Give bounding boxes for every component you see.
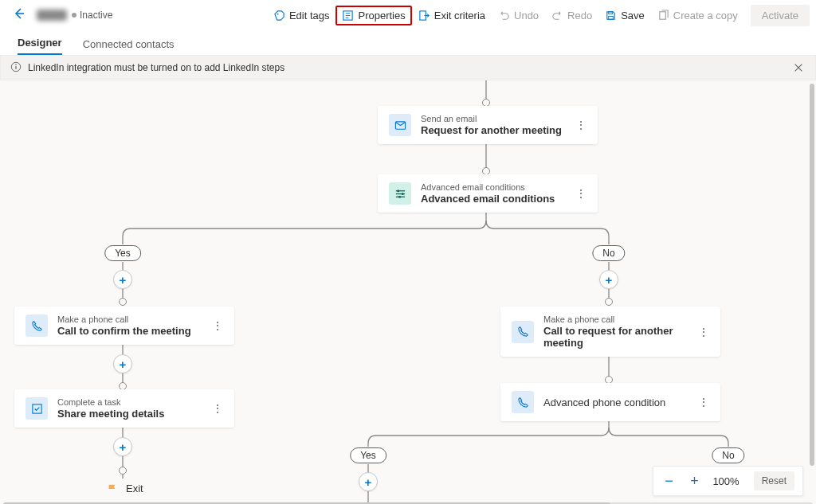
node-email-conditions[interactable]: Advanced email conditions Advanced email…	[378, 174, 598, 213]
svg-point-27	[401, 193, 403, 195]
exit-label: Exit	[126, 483, 143, 494]
node-menu-button[interactable]: ⋮	[566, 187, 586, 200]
node-category: Make a phone call	[543, 315, 688, 324]
activate-button[interactable]: Activate	[751, 5, 810, 26]
branch-no: No	[592, 245, 625, 261]
svg-point-26	[397, 189, 399, 192]
properties-icon	[342, 10, 354, 21]
svg-rect-6	[609, 11, 613, 14]
exit-criteria-icon	[418, 10, 430, 21]
node-category: Complete a task	[57, 397, 164, 407]
exit-criteria-label: Exit criteria	[434, 10, 485, 21]
tag-icon	[273, 10, 285, 21]
exit-criteria-button[interactable]: Exit criteria	[412, 6, 492, 25]
node-phone-condition[interactable]: Advanced phone condition ⋮	[500, 383, 720, 421]
node-title: Call to confirm the meeting	[57, 325, 191, 337]
undo-button[interactable]: Undo	[492, 6, 545, 25]
add-step-button[interactable]: +	[113, 270, 132, 289]
infobar-close-button[interactable]	[791, 61, 806, 75]
branch-yes: Yes	[104, 245, 141, 261]
node-menu-button[interactable]: ⋮	[202, 319, 223, 332]
info-icon	[10, 61, 22, 75]
node-menu-button[interactable]: ⋮	[688, 396, 709, 408]
email-icon	[389, 114, 411, 136]
node-title: Advanced email conditions	[421, 193, 555, 205]
svg-point-11	[15, 64, 17, 65]
phone-icon	[512, 391, 534, 413]
svg-rect-8	[660, 11, 666, 18]
zoom-value: 100%	[712, 475, 739, 487]
add-step-button[interactable]: +	[359, 472, 378, 491]
branch-yes: Yes	[350, 447, 386, 463]
node-title: Advanced phone condition	[543, 397, 665, 408]
node-menu-button[interactable]: ⋮	[202, 402, 223, 415]
zoom-reset-button[interactable]: Reset	[754, 471, 794, 490]
properties-label: Properties	[358, 10, 405, 21]
create-copy-button[interactable]: Create a copy	[651, 6, 744, 25]
tab-connected-contacts[interactable]: Connected contacts	[83, 38, 175, 55]
copy-icon	[657, 10, 669, 21]
vertical-scrollbar[interactable]	[810, 84, 814, 498]
redo-label: Redo	[567, 10, 592, 21]
status-text: Inactive	[80, 10, 112, 21]
zoom-in-button[interactable]: +	[687, 473, 701, 490]
undo-label: Undo	[514, 10, 539, 21]
node-send-email[interactable]: Send an email Request for another meetin…	[378, 106, 598, 144]
node-call-confirm[interactable]: Make a phone call Call to confirm the me…	[14, 307, 234, 345]
svg-point-28	[398, 195, 401, 197]
connector-dot	[119, 467, 127, 475]
conditions-icon	[389, 182, 411, 205]
phone-icon	[512, 321, 534, 343]
designer-canvas[interactable]: + + + + + Yes No Yes No Send an email Re…	[0, 80, 816, 504]
zoom-controls: − + 100% Reset	[653, 466, 803, 496]
add-step-button[interactable]: +	[599, 270, 618, 289]
zoom-out-button[interactable]: −	[661, 473, 676, 490]
create-copy-label: Create a copy	[673, 10, 738, 21]
task-icon	[26, 397, 48, 420]
sequence-name	[37, 10, 67, 21]
redo-button[interactable]: Redo	[545, 6, 598, 25]
svg-rect-29	[32, 404, 41, 412]
phone-icon	[26, 315, 48, 337]
save-button[interactable]: Save	[598, 6, 651, 25]
node-menu-button[interactable]: ⋮	[688, 326, 709, 338]
properties-button[interactable]: Properties	[335, 6, 411, 25]
connector-dot	[119, 298, 127, 306]
node-category: Make a phone call	[57, 315, 191, 324]
add-step-button[interactable]: +	[113, 354, 132, 373]
node-category: Send an email	[421, 114, 562, 123]
svg-point-0	[277, 13, 279, 14]
node-title: Request for another meeting	[421, 124, 562, 136]
tab-designer[interactable]: Designer	[18, 37, 62, 55]
back-button[interactable]	[6, 4, 32, 27]
save-icon	[605, 10, 617, 21]
undo-icon	[498, 10, 510, 21]
redo-icon	[551, 10, 563, 21]
exit-node: Exit	[107, 483, 143, 494]
infobar-message: LinkedIn integration must be turned on t…	[28, 62, 284, 73]
status-dot-icon	[72, 13, 76, 18]
add-step-button[interactable]: +	[113, 437, 132, 456]
branch-no: No	[712, 447, 744, 463]
node-category: Advanced email conditions	[421, 182, 555, 192]
edit-tags-button[interactable]: Edit tags	[267, 6, 336, 25]
node-complete-task[interactable]: Complete a task Share meeting details ⋮	[14, 389, 234, 428]
node-title: Share meeting details	[57, 408, 164, 420]
edit-tags-label: Edit tags	[289, 10, 330, 21]
node-title: Call to request for another meeting	[543, 325, 688, 349]
node-menu-button[interactable]: ⋮	[566, 119, 586, 131]
node-call-request[interactable]: Make a phone call Call to request for an…	[500, 307, 720, 357]
connector-dot	[605, 298, 613, 306]
save-label: Save	[621, 10, 645, 21]
flag-icon	[107, 483, 118, 494]
